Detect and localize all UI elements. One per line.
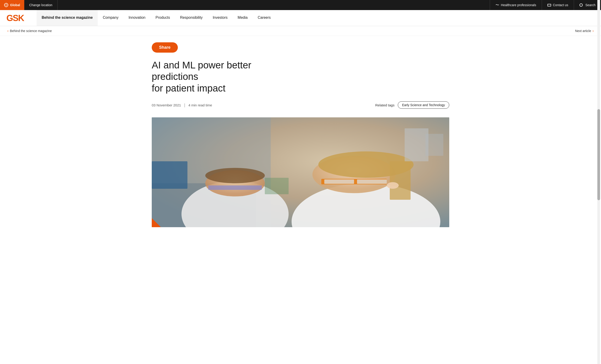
search-label: Search	[585, 3, 595, 7]
nav-items: Behind the science magazine Company Inno…	[37, 10, 601, 26]
logo-area: GSK	[0, 10, 37, 26]
top-bar-right: 〜 Healthcare professionals Contact us Se…	[490, 0, 601, 10]
svg-rect-17	[425, 134, 443, 156]
breadcrumb-right[interactable]: Next article ›	[575, 29, 594, 33]
nav-item-media[interactable]: Media	[232, 10, 253, 26]
contact-us-label: Contact us	[553, 3, 568, 7]
breadcrumb-link[interactable]: Behind the science magazine	[10, 29, 52, 33]
lab-scene-svg	[152, 117, 449, 227]
next-article-label: Next article	[575, 29, 591, 33]
gsk-logo[interactable]: GSK	[6, 14, 24, 22]
contact-us-button[interactable]: Contact us	[542, 0, 574, 10]
nav-item-investors[interactable]: Investors	[208, 10, 232, 26]
article-title: AI and ML power better predictions for p…	[152, 59, 289, 94]
nav-item-behind-science[interactable]: Behind the science magazine	[37, 10, 98, 26]
svg-point-6	[205, 168, 265, 183]
early-science-technology-tag[interactable]: Early Science and Technology	[398, 101, 449, 109]
scrollbar-thumb[interactable]	[597, 109, 600, 200]
envelope-icon	[547, 4, 551, 6]
main-nav: GSK Behind the science magazine Company …	[0, 10, 601, 26]
svg-rect-16	[405, 128, 429, 161]
change-location-button[interactable]: Change location	[24, 0, 58, 10]
article-container: Share AI and ML power better predictions…	[143, 36, 458, 227]
related-tags-label: Related tags	[375, 103, 394, 107]
article-date: 03 November 2021	[152, 103, 181, 107]
nav-item-careers[interactable]: Careers	[253, 10, 276, 26]
meta-right: Related tags Early Science and Technolog…	[375, 101, 449, 109]
meta-left: 03 November 2021 | 4 min read time	[152, 103, 212, 108]
svg-rect-11	[390, 161, 411, 200]
share-section: Share	[152, 36, 449, 55]
nav-item-responsibility[interactable]: Responsibility	[175, 10, 208, 26]
search-button[interactable]: Search	[574, 0, 601, 10]
change-location-label: Change location	[29, 3, 52, 7]
nav-item-products[interactable]: Products	[150, 10, 175, 26]
chevron-right-icon: ›	[592, 29, 594, 33]
meta-divider: |	[184, 103, 185, 108]
breadcrumb-bar: ‹ Behind the science magazine Next artic…	[0, 26, 601, 36]
svg-rect-3	[152, 161, 187, 189]
healthcare-professionals-button[interactable]: 〜 Healthcare professionals	[490, 0, 542, 10]
svg-rect-13	[324, 179, 354, 184]
svg-rect-14	[357, 179, 387, 184]
nav-item-company[interactable]: Company	[98, 10, 123, 26]
search-icon	[580, 3, 583, 7]
hero-image	[152, 117, 449, 227]
meta-row: 03 November 2021 | 4 min read time Relat…	[152, 101, 449, 111]
global-label: Global	[10, 3, 20, 7]
globe-icon	[4, 3, 8, 7]
svg-point-15	[387, 182, 399, 189]
top-bar: Global Change location 〜 Healthcare prof…	[0, 0, 601, 10]
pulse-icon: 〜	[495, 3, 499, 8]
svg-rect-7	[208, 186, 262, 190]
global-button[interactable]: Global	[0, 0, 24, 10]
article-read-time: 4 min read time	[188, 103, 212, 107]
healthcare-professionals-label: Healthcare professionals	[501, 3, 536, 7]
svg-rect-18	[265, 178, 289, 194]
breadcrumb-left: ‹ Behind the science magazine	[7, 29, 52, 33]
chevron-left-icon: ‹	[7, 29, 9, 33]
scrollbar-track[interactable]	[597, 0, 600, 227]
nav-item-innovation[interactable]: Innovation	[124, 10, 150, 26]
share-button[interactable]: Share	[152, 42, 178, 53]
